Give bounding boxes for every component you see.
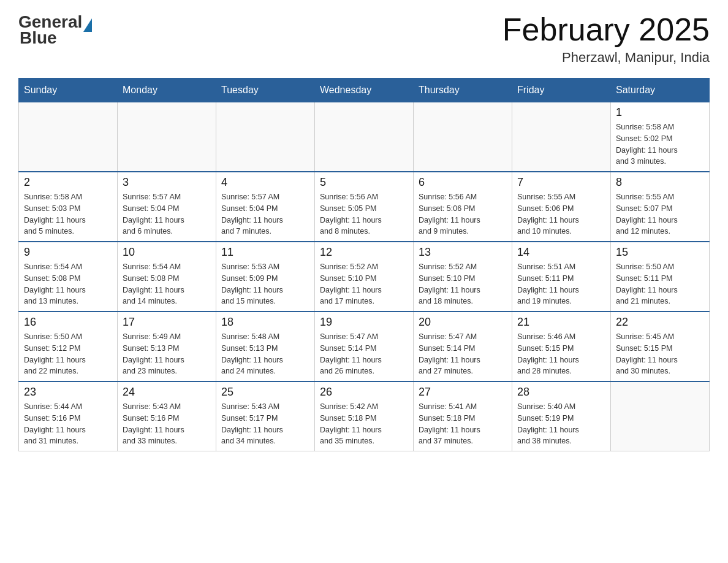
calendar-week-row: 9Sunrise: 5:54 AMSunset: 5:08 PMDaylight… xyxy=(19,242,710,312)
calendar-cell: 25Sunrise: 5:43 AMSunset: 5:17 PMDayligh… xyxy=(216,381,315,451)
calendar-cell: 1Sunrise: 5:58 AMSunset: 5:02 PMDaylight… xyxy=(611,102,710,172)
day-number: 11 xyxy=(221,246,309,259)
day-number: 19 xyxy=(320,316,408,329)
day-number: 25 xyxy=(221,386,309,399)
calendar-cell: 6Sunrise: 5:56 AMSunset: 5:06 PMDaylight… xyxy=(414,172,512,242)
logo-triangle-icon xyxy=(83,18,92,32)
day-info: Sunrise: 5:50 AMSunset: 5:12 PMDaylight:… xyxy=(24,331,112,377)
calendar-cell xyxy=(512,102,611,172)
calendar-title: February 2025 xyxy=(502,12,710,47)
logo-blue-text: Blue xyxy=(20,28,57,48)
page-header: General Blue February 2025 Pherzawl, Man… xyxy=(18,12,710,66)
day-number: 15 xyxy=(616,246,704,259)
calendar-cell: 19Sunrise: 5:47 AMSunset: 5:14 PMDayligh… xyxy=(315,312,414,381)
day-number: 18 xyxy=(221,316,309,329)
day-number: 13 xyxy=(419,246,507,259)
day-info: Sunrise: 5:58 AMSunset: 5:03 PMDaylight:… xyxy=(24,191,112,237)
calendar-cell: 28Sunrise: 5:40 AMSunset: 5:19 PMDayligh… xyxy=(512,381,611,451)
day-info: Sunrise: 5:58 AMSunset: 5:02 PMDaylight:… xyxy=(616,121,704,167)
calendar-cell xyxy=(611,381,710,451)
calendar-cell: 17Sunrise: 5:49 AMSunset: 5:13 PMDayligh… xyxy=(118,312,216,381)
day-info: Sunrise: 5:57 AMSunset: 5:04 PMDaylight:… xyxy=(221,191,309,237)
calendar-cell: 16Sunrise: 5:50 AMSunset: 5:12 PMDayligh… xyxy=(19,312,118,381)
day-info: Sunrise: 5:54 AMSunset: 5:08 PMDaylight:… xyxy=(123,261,211,307)
calendar-cell: 23Sunrise: 5:44 AMSunset: 5:16 PMDayligh… xyxy=(19,381,118,451)
day-info: Sunrise: 5:55 AMSunset: 5:06 PMDaylight:… xyxy=(517,191,605,237)
calendar-week-row: 2Sunrise: 5:58 AMSunset: 5:03 PMDaylight… xyxy=(19,172,710,242)
day-info: Sunrise: 5:43 AMSunset: 5:17 PMDaylight:… xyxy=(221,401,309,447)
calendar-cell: 18Sunrise: 5:48 AMSunset: 5:13 PMDayligh… xyxy=(216,312,315,381)
weekday-header-friday: Friday xyxy=(512,79,611,102)
calendar-cell xyxy=(216,102,315,172)
day-number: 6 xyxy=(419,176,507,189)
day-info: Sunrise: 5:41 AMSunset: 5:18 PMDaylight:… xyxy=(419,401,507,447)
day-number: 27 xyxy=(419,386,507,399)
calendar-cell: 24Sunrise: 5:43 AMSunset: 5:16 PMDayligh… xyxy=(118,381,216,451)
calendar-cell: 7Sunrise: 5:55 AMSunset: 5:06 PMDaylight… xyxy=(512,172,611,242)
day-number: 1 xyxy=(616,106,704,119)
day-info: Sunrise: 5:55 AMSunset: 5:07 PMDaylight:… xyxy=(616,191,704,237)
logo: General Blue xyxy=(18,12,92,48)
calendar-cell: 20Sunrise: 5:47 AMSunset: 5:14 PMDayligh… xyxy=(414,312,512,381)
calendar-cell: 12Sunrise: 5:52 AMSunset: 5:10 PMDayligh… xyxy=(315,242,414,312)
day-info: Sunrise: 5:44 AMSunset: 5:16 PMDaylight:… xyxy=(24,401,112,447)
day-number: 23 xyxy=(24,386,112,399)
calendar-cell: 3Sunrise: 5:57 AMSunset: 5:04 PMDaylight… xyxy=(118,172,216,242)
day-number: 24 xyxy=(123,386,211,399)
weekday-header-saturday: Saturday xyxy=(611,79,710,102)
day-info: Sunrise: 5:52 AMSunset: 5:10 PMDaylight:… xyxy=(419,261,507,307)
calendar-cell: 10Sunrise: 5:54 AMSunset: 5:08 PMDayligh… xyxy=(118,242,216,312)
day-info: Sunrise: 5:47 AMSunset: 5:14 PMDaylight:… xyxy=(320,331,408,377)
day-info: Sunrise: 5:43 AMSunset: 5:16 PMDaylight:… xyxy=(123,401,211,447)
calendar-cell xyxy=(19,102,118,172)
day-info: Sunrise: 5:56 AMSunset: 5:06 PMDaylight:… xyxy=(419,191,507,237)
calendar-week-row: 1Sunrise: 5:58 AMSunset: 5:02 PMDaylight… xyxy=(19,102,710,172)
day-info: Sunrise: 5:49 AMSunset: 5:13 PMDaylight:… xyxy=(123,331,211,377)
calendar-cell: 26Sunrise: 5:42 AMSunset: 5:18 PMDayligh… xyxy=(315,381,414,451)
day-info: Sunrise: 5:53 AMSunset: 5:09 PMDaylight:… xyxy=(221,261,309,307)
calendar-table: SundayMondayTuesdayWednesdayThursdayFrid… xyxy=(18,78,710,451)
day-number: 28 xyxy=(517,386,605,399)
calendar-cell xyxy=(118,102,216,172)
day-number: 20 xyxy=(419,316,507,329)
calendar-cell: 11Sunrise: 5:53 AMSunset: 5:09 PMDayligh… xyxy=(216,242,315,312)
calendar-cell: 8Sunrise: 5:55 AMSunset: 5:07 PMDaylight… xyxy=(611,172,710,242)
day-number: 10 xyxy=(123,246,211,259)
calendar-cell: 2Sunrise: 5:58 AMSunset: 5:03 PMDaylight… xyxy=(19,172,118,242)
day-number: 2 xyxy=(24,176,112,189)
calendar-cell: 14Sunrise: 5:51 AMSunset: 5:11 PMDayligh… xyxy=(512,242,611,312)
calendar-cell: 22Sunrise: 5:45 AMSunset: 5:15 PMDayligh… xyxy=(611,312,710,381)
day-info: Sunrise: 5:52 AMSunset: 5:10 PMDaylight:… xyxy=(320,261,408,307)
day-info: Sunrise: 5:56 AMSunset: 5:05 PMDaylight:… xyxy=(320,191,408,237)
day-number: 4 xyxy=(221,176,309,189)
calendar-cell: 4Sunrise: 5:57 AMSunset: 5:04 PMDaylight… xyxy=(216,172,315,242)
day-info: Sunrise: 5:50 AMSunset: 5:11 PMDaylight:… xyxy=(616,261,704,307)
calendar-subtitle: Pherzawl, Manipur, India xyxy=(502,50,710,66)
day-number: 17 xyxy=(123,316,211,329)
calendar-cell: 21Sunrise: 5:46 AMSunset: 5:15 PMDayligh… xyxy=(512,312,611,381)
weekday-header-row: SundayMondayTuesdayWednesdayThursdayFrid… xyxy=(19,79,710,102)
day-info: Sunrise: 5:40 AMSunset: 5:19 PMDaylight:… xyxy=(517,401,605,447)
weekday-header-monday: Monday xyxy=(118,79,216,102)
day-number: 7 xyxy=(517,176,605,189)
day-info: Sunrise: 5:51 AMSunset: 5:11 PMDaylight:… xyxy=(517,261,605,307)
calendar-cell: 9Sunrise: 5:54 AMSunset: 5:08 PMDaylight… xyxy=(19,242,118,312)
calendar-week-row: 23Sunrise: 5:44 AMSunset: 5:16 PMDayligh… xyxy=(19,381,710,451)
calendar-cell: 15Sunrise: 5:50 AMSunset: 5:11 PMDayligh… xyxy=(611,242,710,312)
calendar-week-row: 16Sunrise: 5:50 AMSunset: 5:12 PMDayligh… xyxy=(19,312,710,381)
weekday-header-thursday: Thursday xyxy=(414,79,512,102)
weekday-header-sunday: Sunday xyxy=(19,79,118,102)
day-info: Sunrise: 5:42 AMSunset: 5:18 PMDaylight:… xyxy=(320,401,408,447)
day-number: 3 xyxy=(123,176,211,189)
day-number: 8 xyxy=(616,176,704,189)
calendar-cell xyxy=(315,102,414,172)
weekday-header-tuesday: Tuesday xyxy=(216,79,315,102)
day-info: Sunrise: 5:57 AMSunset: 5:04 PMDaylight:… xyxy=(123,191,211,237)
calendar-cell xyxy=(414,102,512,172)
day-number: 14 xyxy=(517,246,605,259)
day-number: 12 xyxy=(320,246,408,259)
calendar-cell: 13Sunrise: 5:52 AMSunset: 5:10 PMDayligh… xyxy=(414,242,512,312)
day-number: 16 xyxy=(24,316,112,329)
calendar-cell: 27Sunrise: 5:41 AMSunset: 5:18 PMDayligh… xyxy=(414,381,512,451)
weekday-header-wednesday: Wednesday xyxy=(315,79,414,102)
